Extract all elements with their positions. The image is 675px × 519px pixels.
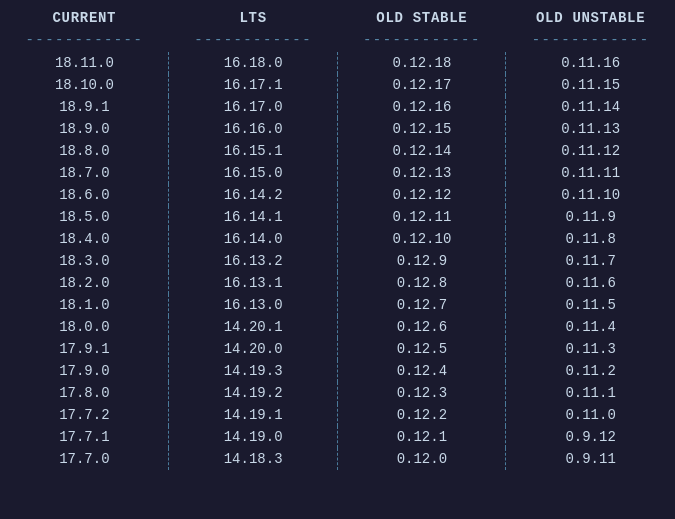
cell-r1-c3: 0.11.15 <box>506 74 675 96</box>
cell-r3-c2: 0.12.15 <box>338 118 507 140</box>
cell-r6-c2: 0.12.12 <box>338 184 507 206</box>
table-row: 18.6.016.14.20.12.120.11.10 <box>0 184 675 206</box>
cell-r2-c1: 16.17.0 <box>169 96 338 118</box>
cell-r12-c2: 0.12.6 <box>338 316 507 338</box>
table-row: 18.8.016.15.10.12.140.11.12 <box>0 140 675 162</box>
header-current: CURRENT <box>0 8 169 28</box>
table-body: 18.11.016.18.00.12.180.11.1618.10.016.17… <box>0 52 675 470</box>
cell-r1-c0: 18.10.0 <box>0 74 169 96</box>
cell-r6-c0: 18.6.0 <box>0 184 169 206</box>
cell-r1-c2: 0.12.17 <box>338 74 507 96</box>
cell-r0-c1: 16.18.0 <box>169 52 338 74</box>
cell-r8-c3: 0.11.8 <box>506 228 675 250</box>
cell-r8-c2: 0.12.10 <box>338 228 507 250</box>
table-row: 18.3.016.13.20.12.90.11.7 <box>0 250 675 272</box>
cell-r15-c1: 14.19.2 <box>169 382 338 404</box>
cell-r11-c0: 18.1.0 <box>0 294 169 316</box>
cell-r5-c1: 16.15.0 <box>169 162 338 184</box>
table-row: 18.9.116.17.00.12.160.11.14 <box>0 96 675 118</box>
cell-r3-c3: 0.11.13 <box>506 118 675 140</box>
cell-r13-c2: 0.12.5 <box>338 338 507 360</box>
cell-r14-c3: 0.11.2 <box>506 360 675 382</box>
cell-r4-c0: 18.8.0 <box>0 140 169 162</box>
cell-r0-c3: 0.11.16 <box>506 52 675 74</box>
cell-r18-c3: 0.9.11 <box>506 448 675 470</box>
cell-r16-c1: 14.19.1 <box>169 404 338 426</box>
cell-r9-c2: 0.12.9 <box>338 250 507 272</box>
cell-r17-c1: 14.19.0 <box>169 426 338 448</box>
cell-r12-c3: 0.11.4 <box>506 316 675 338</box>
table-row: 17.7.214.19.10.12.20.11.0 <box>0 404 675 426</box>
cell-r11-c2: 0.12.7 <box>338 294 507 316</box>
cell-r9-c0: 18.3.0 <box>0 250 169 272</box>
cell-r0-c0: 18.11.0 <box>0 52 169 74</box>
cell-r15-c0: 17.8.0 <box>0 382 169 404</box>
cell-r6-c3: 0.11.10 <box>506 184 675 206</box>
table-row: 18.5.016.14.10.12.110.11.9 <box>0 206 675 228</box>
cell-r4-c1: 16.15.1 <box>169 140 338 162</box>
cell-r7-c0: 18.5.0 <box>0 206 169 228</box>
cell-r10-c2: 0.12.8 <box>338 272 507 294</box>
table-row: 18.4.016.14.00.12.100.11.8 <box>0 228 675 250</box>
cell-r18-c1: 14.18.3 <box>169 448 338 470</box>
table-row: 18.0.014.20.10.12.60.11.4 <box>0 316 675 338</box>
cell-r7-c2: 0.12.11 <box>338 206 507 228</box>
cell-r8-c0: 18.4.0 <box>0 228 169 250</box>
cell-r7-c1: 16.14.1 <box>169 206 338 228</box>
divider-row: ------------ ------------ ------------ -… <box>0 32 675 48</box>
cell-r17-c2: 0.12.1 <box>338 426 507 448</box>
header-old-stable: OLD STABLE <box>338 8 507 28</box>
cell-r18-c0: 17.7.0 <box>0 448 169 470</box>
cell-r13-c1: 14.20.0 <box>169 338 338 360</box>
cell-r2-c0: 18.9.1 <box>0 96 169 118</box>
table-row: 17.9.114.20.00.12.50.11.3 <box>0 338 675 360</box>
cell-r10-c1: 16.13.1 <box>169 272 338 294</box>
cell-r5-c0: 18.7.0 <box>0 162 169 184</box>
cell-r3-c0: 18.9.0 <box>0 118 169 140</box>
cell-r15-c2: 0.12.3 <box>338 382 507 404</box>
cell-r2-c3: 0.11.14 <box>506 96 675 118</box>
cell-r11-c3: 0.11.5 <box>506 294 675 316</box>
cell-r4-c2: 0.12.14 <box>338 140 507 162</box>
cell-r10-c3: 0.11.6 <box>506 272 675 294</box>
table-row: 17.8.014.19.20.12.30.11.1 <box>0 382 675 404</box>
cell-r3-c1: 16.16.0 <box>169 118 338 140</box>
divider-old-unstable: ------------ <box>506 32 675 48</box>
divider-current: ------------ <box>0 32 169 48</box>
cell-r10-c0: 18.2.0 <box>0 272 169 294</box>
table-header: CURRENT LTS OLD STABLE OLD UNSTABLE <box>0 0 675 32</box>
table-row: 18.11.016.18.00.12.180.11.16 <box>0 52 675 74</box>
cell-r9-c1: 16.13.2 <box>169 250 338 272</box>
cell-r16-c0: 17.7.2 <box>0 404 169 426</box>
cell-r15-c3: 0.11.1 <box>506 382 675 404</box>
cell-r14-c2: 0.12.4 <box>338 360 507 382</box>
header-old-unstable: OLD UNSTABLE <box>506 8 675 28</box>
cell-r18-c2: 0.12.0 <box>338 448 507 470</box>
cell-r7-c3: 0.11.9 <box>506 206 675 228</box>
cell-r16-c2: 0.12.2 <box>338 404 507 426</box>
cell-r0-c2: 0.12.18 <box>338 52 507 74</box>
cell-r12-c1: 14.20.1 <box>169 316 338 338</box>
cell-r4-c3: 0.11.12 <box>506 140 675 162</box>
table-row: 18.1.016.13.00.12.70.11.5 <box>0 294 675 316</box>
table-row: 18.10.016.17.10.12.170.11.15 <box>0 74 675 96</box>
cell-r8-c1: 16.14.0 <box>169 228 338 250</box>
cell-r11-c1: 16.13.0 <box>169 294 338 316</box>
table-row: 18.2.016.13.10.12.80.11.6 <box>0 272 675 294</box>
cell-r17-c0: 17.7.1 <box>0 426 169 448</box>
cell-r17-c3: 0.9.12 <box>506 426 675 448</box>
cell-r6-c1: 16.14.2 <box>169 184 338 206</box>
cell-r13-c3: 0.11.3 <box>506 338 675 360</box>
table-row: 17.7.014.18.30.12.00.9.11 <box>0 448 675 470</box>
cell-r13-c0: 17.9.1 <box>0 338 169 360</box>
table-row: 17.9.014.19.30.12.40.11.2 <box>0 360 675 382</box>
cell-r1-c1: 16.17.1 <box>169 74 338 96</box>
cell-r2-c2: 0.12.16 <box>338 96 507 118</box>
cell-r9-c3: 0.11.7 <box>506 250 675 272</box>
cell-r5-c2: 0.12.13 <box>338 162 507 184</box>
cell-r5-c3: 0.11.11 <box>506 162 675 184</box>
header-lts: LTS <box>169 8 338 28</box>
cell-r16-c3: 0.11.0 <box>506 404 675 426</box>
cell-r14-c1: 14.19.3 <box>169 360 338 382</box>
table-row: 17.7.114.19.00.12.10.9.12 <box>0 426 675 448</box>
